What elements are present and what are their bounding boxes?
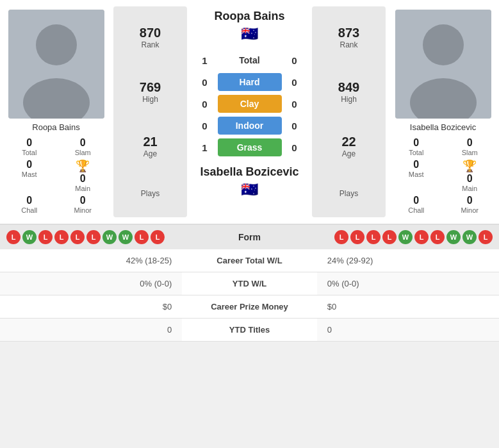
form-badge: L (151, 230, 165, 244)
player2-mast-value: 0 (413, 159, 419, 170)
player1-total-cell: 0 Total (6, 137, 53, 156)
player1-main-value: 0 (80, 173, 86, 185)
player2-mast-label: Mast (409, 170, 424, 178)
player1-age-label: Age (143, 149, 157, 158)
player1-high-item: 769 High (140, 80, 161, 104)
player1-stats: 0 Total 0 Slam 0 Mast 🏆 0 Main 0 (6, 137, 106, 214)
player1-age-value: 21 (143, 135, 157, 149)
player1-high-label: High (142, 95, 158, 104)
player1-rank-value: 870 (140, 26, 161, 40)
indoor-p2-score: 0 (286, 120, 304, 131)
ytd-wl-label: YTD W/L (182, 272, 317, 295)
p1-titles: 0 (0, 319, 182, 342)
p2-ytd-wl: 0% (0-0) (317, 272, 499, 295)
player2-high-item: 849 High (338, 80, 359, 104)
ytd-wl-row: 0% (0-0) YTD W/L 0% (0-0) (0, 272, 499, 295)
form-badge: W (462, 230, 477, 244)
player2-main-label: Main (462, 185, 477, 192)
main-container: Roopa Bains 0 Total 0 Slam 0 Mast 🏆 0 M (0, 0, 499, 342)
player1-header-name: Roopa Bains (214, 10, 284, 23)
total-badge: Total (218, 51, 282, 69)
total-p1-score: 1 (196, 55, 214, 66)
player2-form-badges: LLLLWLLWWL (334, 230, 493, 244)
player2-chall-value: 0 (413, 195, 419, 206)
player1-rank-item: 870 Rank (140, 26, 161, 49)
clay-p2-score: 0 (286, 99, 304, 110)
player1-plays-item: Plays (141, 189, 160, 198)
player1-name: Roopa Bains (32, 122, 79, 132)
clay-row: 0 Clay 0 (195, 95, 304, 113)
form-badge: L (6, 230, 20, 244)
player1-high-value: 769 (140, 80, 161, 95)
player2-rank-item: 873 Rank (338, 26, 359, 49)
top-section: Roopa Bains 0 Total 0 Slam 0 Mast 🏆 0 M (0, 0, 499, 224)
player1-mast-cell: 0 Mast (6, 159, 53, 192)
player2-stats-panel: 873 Rank 849 High 22 Age Plays (312, 6, 386, 217)
player2-plays-item: Plays (339, 189, 358, 198)
player1-header: Roopa Bains 🇦🇺 (214, 10, 284, 46)
player1-total-value: 0 (26, 137, 32, 149)
svg-point-4 (423, 24, 464, 65)
player2-minor-label: Minor (461, 206, 479, 214)
player1-avatar (8, 10, 104, 119)
player2-slam-label: Slam (462, 149, 478, 156)
svg-point-1 (36, 24, 77, 65)
player2-main-value: 0 (467, 173, 473, 185)
p2-titles: 0 (317, 319, 499, 342)
form-badge: L (70, 230, 85, 244)
grass-p2-score: 0 (286, 142, 304, 153)
p1-career-wl: 42% (18-25) (0, 249, 182, 272)
form-badge: L (430, 230, 445, 244)
prize-label: Career Prize Money (182, 295, 317, 319)
player1-mast-label: Mast (22, 170, 37, 178)
player1-mast-value: 0 (26, 159, 32, 170)
player2-total-cell: 0 Total (393, 137, 439, 156)
stats-table: 42% (18-25) Career Total W/L 24% (29-92)… (0, 249, 499, 342)
player2-card: Isabella Bozicevic 0 Total 0 Slam 0 Mast… (387, 6, 499, 217)
player2-slam-value: 0 (467, 137, 473, 149)
p2-prize: $0 (317, 295, 499, 319)
player1-main-cell: 🏆 0 Main (60, 159, 106, 192)
player2-high-value: 849 (338, 80, 359, 95)
career-wl-label: Career Total W/L (182, 249, 317, 272)
player2-total-value: 0 (413, 137, 419, 149)
player2-chall-cell: 0 Chall (393, 195, 439, 214)
player1-chall-value: 0 (26, 195, 32, 206)
player1-chall-cell: 0 Chall (6, 195, 53, 214)
player2-main-cell: 🏆 0 Main (447, 159, 493, 192)
player1-minor-value: 0 (80, 195, 86, 206)
player1-trophy-icon: 🏆 (76, 159, 90, 173)
form-badge: W (119, 230, 133, 244)
hard-row: 0 Hard 0 (195, 73, 304, 91)
form-badge: W (102, 230, 117, 244)
form-badge: L (350, 230, 364, 244)
center-section: Roopa Bains 🇦🇺 1 Total 0 0 Hard 0 0 Clay… (188, 6, 311, 217)
player1-rank-label: Rank (141, 40, 159, 49)
player1-slam-cell: 0 Slam (60, 137, 106, 156)
player2-name: Isabella Bozicevic (410, 122, 476, 132)
form-badge: L (414, 230, 429, 244)
player1-slam-value: 0 (80, 137, 86, 149)
total-p2-score: 0 (286, 55, 304, 66)
player2-slam-cell: 0 Slam (447, 137, 493, 156)
titles-row: 0 YTD Titles 0 (0, 319, 499, 342)
clay-badge: Clay (218, 95, 282, 113)
player2-header-name: Isabella Bozicevic (200, 165, 299, 179)
player2-age-item: 22 Age (341, 135, 356, 158)
form-label: Form (238, 232, 261, 242)
hard-badge: Hard (218, 73, 282, 91)
player1-age-item: 21 Age (143, 135, 157, 158)
player2-age-label: Age (342, 149, 356, 158)
p1-ytd-wl: 0% (0-0) (0, 272, 182, 295)
form-badge: L (54, 230, 69, 244)
indoor-row: 0 Indoor 0 (195, 117, 304, 135)
hard-p1-score: 0 (196, 77, 214, 88)
player2-flag: 🇦🇺 (241, 181, 258, 198)
player2-total-label: Total (409, 149, 423, 156)
player2-avatar (395, 10, 491, 119)
player2-rank-value: 873 (338, 26, 359, 40)
form-badge: L (479, 230, 493, 244)
player2-mast-cell: 0 Mast (393, 159, 439, 192)
p1-prize: $0 (0, 295, 182, 319)
player2-minor-cell: 0 Minor (447, 195, 493, 214)
